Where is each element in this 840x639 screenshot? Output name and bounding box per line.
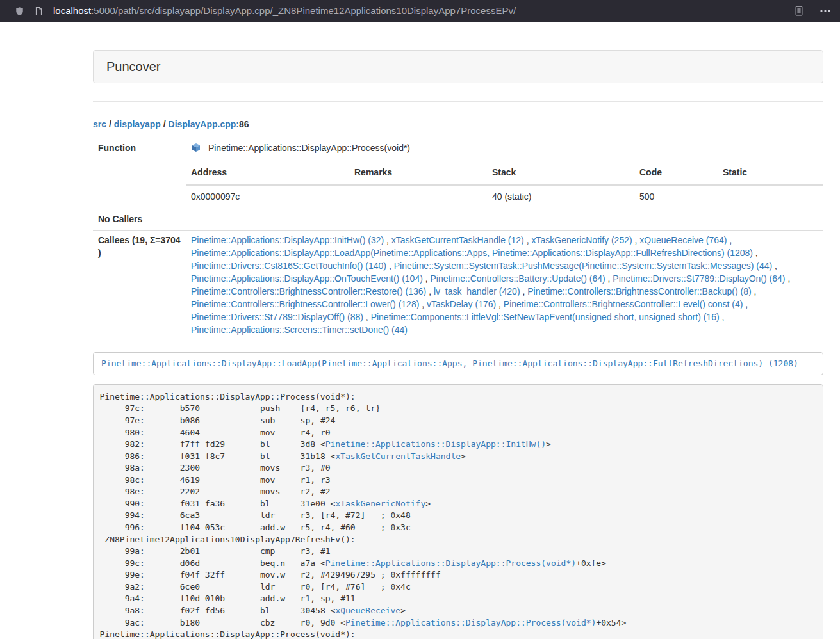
url-host: localhost xyxy=(53,5,91,16)
page-icon[interactable] xyxy=(35,6,43,16)
callee-link[interactable]: Pinetime::Controllers::BrightnessControl… xyxy=(527,286,751,296)
callee-link[interactable]: Pinetime::Applications::DisplayApp::OnTo… xyxy=(191,273,423,284)
page-title-panel: Puncover xyxy=(93,50,823,83)
callee-separator: , xyxy=(727,235,732,245)
function-row-label: Function xyxy=(93,138,186,161)
shield-icon[interactable] xyxy=(15,6,24,17)
callee-separator: , xyxy=(752,286,757,296)
url-path: :5000/path/src/displayapp/DisplayApp.cpp… xyxy=(91,5,516,16)
breadcrumb-separator: / xyxy=(106,119,114,129)
method-icon xyxy=(191,143,201,157)
callee-link[interactable]: Pinetime::Drivers::Cst816S::GetTouchInfo… xyxy=(191,261,386,271)
stats-remarks xyxy=(349,185,487,209)
callee-separator: , xyxy=(419,299,427,309)
callee-link[interactable]: Pinetime::Applications::DisplayApp::Init… xyxy=(191,235,384,245)
breadcrumb-link[interactable]: displayapp xyxy=(114,119,161,129)
callees-row: Callees (19, Σ=3704 ) Pinetime::Applicat… xyxy=(93,230,823,340)
stats-header-remarks: Remarks xyxy=(349,161,487,185)
breadcrumb-separator: / xyxy=(161,119,169,129)
function-name: Pinetime::Applications::DisplayApp::Proc… xyxy=(208,143,410,153)
function-info-table: Function Pinetime::Applications::Display… xyxy=(93,138,823,341)
callee-link[interactable]: xTaskGenericNotify (252) xyxy=(531,235,632,245)
callee-link[interactable]: Pinetime::Controllers::BrightnessControl… xyxy=(191,299,419,309)
reader-mode-icon[interactable] xyxy=(794,6,804,16)
callee-link[interactable]: Pinetime::Components::LittleVgl::SetNewT… xyxy=(371,312,720,322)
callee-link[interactable]: Pinetime::Drivers::St7789::DisplayOn() (… xyxy=(613,273,785,284)
callee-link[interactable]: Pinetime::Applications::DisplayApp::Load… xyxy=(191,248,753,258)
stats-stack: 40 (static) xyxy=(487,185,634,209)
callee-separator: , xyxy=(426,286,434,296)
browser-toolbar: localhost:5000/path/src/displayapp/Displ… xyxy=(0,0,840,22)
stats-header-row: Address Remarks Stack Code Static xyxy=(186,161,823,185)
callee-link[interactable]: Pinetime::Controllers::BrightnessControl… xyxy=(504,299,743,309)
divider xyxy=(93,101,823,102)
callee-separator: , xyxy=(632,235,640,245)
callee-separator: , xyxy=(786,273,791,284)
callee-link[interactable]: vTaskDelay (176) xyxy=(427,299,496,309)
breadcrumb-line-number: 86 xyxy=(239,119,249,129)
disassembly-symbol-link[interactable]: Pinetime::Applications::DisplayApp::Proc… xyxy=(345,618,596,627)
callee-separator: , xyxy=(772,261,777,271)
callee-separator: , xyxy=(363,312,371,322)
callee-separator: , xyxy=(743,299,748,309)
callee-separator: , xyxy=(524,235,532,245)
stats-table: Address Remarks Stack Code Static 0x0000… xyxy=(186,161,823,209)
stats-code: 500 xyxy=(634,185,718,209)
stats-address: 0x0000097c xyxy=(186,185,349,209)
callees-label: Callees (19, Σ=3704 ) xyxy=(93,230,186,340)
callee-separator: , xyxy=(386,261,394,271)
callee-link[interactable]: Pinetime::Drivers::St7789::DisplayOff() … xyxy=(191,312,363,322)
selected-callee-link[interactable]: Pinetime::Applications::DisplayApp::Load… xyxy=(101,359,798,368)
menu-dots-icon[interactable] xyxy=(819,6,831,16)
no-callers-row: No Callers xyxy=(93,209,823,230)
breadcrumb-link[interactable]: DisplayApp.cpp: xyxy=(169,119,239,129)
disassembly-symbol-link[interactable]: Pinetime::Applications::DisplayApp::Init… xyxy=(325,439,546,449)
callee-link[interactable]: Pinetime::System::SystemTask::PushMessag… xyxy=(394,261,773,271)
callee-link[interactable]: xTaskGetCurrentTaskHandle (12) xyxy=(391,235,524,245)
callee-separator: , xyxy=(720,312,725,322)
disassembly-symbol-link[interactable]: xTaskGetCurrentTaskHandle xyxy=(335,451,461,461)
stats-row-container: Address Remarks Stack Code Static 0x0000… xyxy=(93,161,823,209)
stats-header-code: Code xyxy=(634,161,718,185)
callee-link[interactable]: lv_task_handler (420) xyxy=(434,286,520,296)
stats-header-address: Address xyxy=(186,161,349,185)
callees-list: Pinetime::Applications::DisplayApp::Init… xyxy=(186,230,823,340)
stats-header-stack: Stack xyxy=(487,161,634,185)
stats-value-row: 0x0000097c 40 (static) 500 xyxy=(186,185,823,209)
page-content: Puncover src / displayapp / DisplayApp.c… xyxy=(93,22,823,639)
breadcrumb-link[interactable]: src xyxy=(93,119,106,129)
no-callers-label: No Callers xyxy=(93,209,186,230)
page-title: Puncover xyxy=(106,60,161,74)
address-bar[interactable]: localhost:5000/path/src/displayapp/Displ… xyxy=(53,4,786,17)
stats-row-label xyxy=(93,161,186,209)
disassembly-symbol-link[interactable]: Pinetime::Applications::DisplayApp::Proc… xyxy=(325,558,576,568)
callee-separator: , xyxy=(605,273,613,284)
stats-static xyxy=(718,185,823,209)
callee-separator: , xyxy=(520,286,528,296)
breadcrumb: src / displayapp / DisplayApp.cpp:86 xyxy=(93,118,823,131)
disassembly-symbol-link[interactable]: xQueueReceive xyxy=(335,606,400,615)
callee-separator: , xyxy=(753,248,758,258)
disassembly-symbol-link[interactable]: xTaskGenericNotify xyxy=(335,499,425,508)
function-row: Function Pinetime::Applications::Display… xyxy=(93,138,823,161)
callee-link[interactable]: xQueueReceive (764) xyxy=(639,235,727,245)
callee-separator: , xyxy=(384,235,391,245)
callee-link[interactable]: Pinetime::Controllers::Battery::Update()… xyxy=(431,273,605,284)
callee-separator: , xyxy=(496,299,504,309)
selected-callee-box: Pinetime::Applications::DisplayApp::Load… xyxy=(93,352,823,376)
callee-link[interactable]: Pinetime::Applications::Screens::Timer::… xyxy=(191,325,408,335)
stats-header-static: Static xyxy=(718,161,823,185)
callee-link[interactable]: Pinetime::Controllers::BrightnessControl… xyxy=(191,286,426,296)
disassembly: Pinetime::Applications::DisplayApp::Proc… xyxy=(93,384,823,639)
callee-separator: , xyxy=(423,273,431,284)
